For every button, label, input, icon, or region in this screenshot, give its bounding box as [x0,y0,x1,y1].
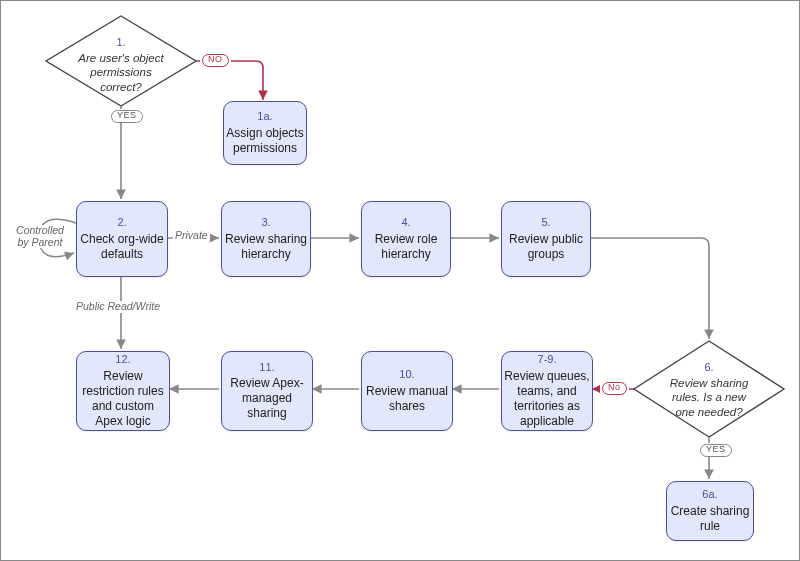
process-4: 4. Review role hierarchy [361,201,451,277]
process-5: 5. Review public groups [501,201,591,277]
process-11: 11. Review Apex-managed sharing [221,351,313,431]
decision-1: 1. Are user's object permissions correct… [73,36,169,94]
process-6a: 6a. Create sharing rule [666,481,754,541]
edge-no-1: NO [200,53,231,67]
process-2: 2. Check org-wide defaults [76,201,168,277]
edge-yes-1: YES [109,109,145,123]
decision-6: 6. Review sharing rules. Is a new one ne… [661,361,757,419]
edge-publicrw: Public Read/Write [74,301,162,313]
process-10: 10. Review manual shares [361,351,453,431]
flowchart-canvas: 1. Are user's object permissions correct… [0,0,800,561]
process-1a: 1a. Assign objects permissions [223,101,307,165]
process-12: 12. Review restriction rules and custom … [76,351,170,431]
edge-private: Private [173,230,210,242]
flowchart-edges [1,1,800,561]
edge-no-6: No [600,381,629,395]
process-3: 3. Review sharing hierarchy [221,201,311,277]
process-7-9: 7-9. Review queues, teams, and territori… [501,351,593,431]
decision-6-shape [634,341,784,437]
edge-yes-6: YES [698,443,734,457]
edge-controlled: Controlled by Parent [9,225,71,248]
decision-1-shape [46,16,196,106]
